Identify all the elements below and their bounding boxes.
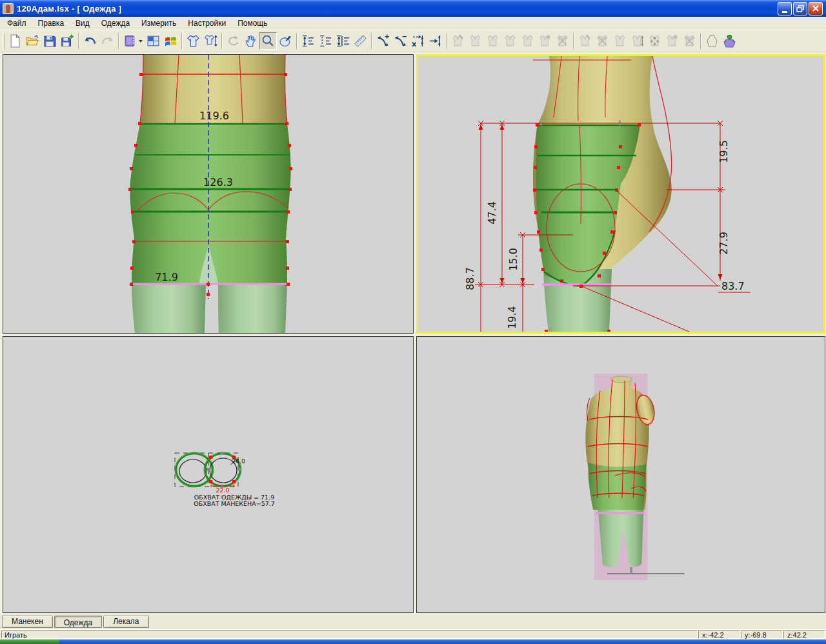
mannequin-tool-3-icon: [613, 34, 627, 48]
layers-panel-button[interactable]: [121, 32, 145, 50]
mannequin-tool-1-icon: [578, 34, 592, 48]
garment-tool-4-icon: [503, 34, 517, 48]
titlebar: 120Адам.lsx - [ Одежда ]: [0, 0, 826, 17]
toolbar: [0, 30, 826, 52]
mannequin-render-icon: [723, 34, 736, 48]
open-file-icon: [26, 34, 39, 48]
garment-view-button[interactable]: [185, 32, 202, 50]
viewport-layout-button[interactable]: [145, 32, 162, 50]
toolbar-separator: [296, 33, 297, 49]
measure-ruler-button[interactable]: [352, 32, 369, 50]
minimize-button[interactable]: [778, 2, 792, 15]
side-dim-right-bottom: 27.9: [718, 232, 730, 255]
menu-view[interactable]: Вид: [70, 17, 96, 29]
pan-view-icon: [244, 34, 257, 48]
garment-tool-6-button: [536, 32, 554, 50]
menubar: ФайлПравкаВидОдеждаИзмеритьНастройкиПомо…: [0, 17, 826, 30]
mannequin-tool-4-icon: [630, 34, 644, 48]
garment-tool-3-icon: [486, 34, 499, 48]
menu-edit[interactable]: Правка: [32, 17, 70, 29]
mannequin-bust-button[interactable]: [703, 32, 721, 50]
point-insert-button[interactable]: [427, 32, 444, 50]
curve-add-point-button[interactable]: [374, 32, 392, 50]
menu-clothing[interactable]: Одежда: [96, 17, 136, 29]
menu-file[interactable]: Файл: [1, 17, 32, 29]
zoom-button[interactable]: [259, 32, 277, 50]
garment-tool-7-button: [554, 32, 571, 50]
status-coord-x: x:-42.2: [698, 630, 740, 639]
garment-tool-1-button: [449, 32, 467, 50]
dimension-vertical-double-button[interactable]: [334, 32, 352, 50]
rotate-view-button: [225, 32, 242, 50]
mannequin-render-button[interactable]: [721, 32, 738, 50]
toolbar-separator: [700, 33, 701, 49]
top-dim-red: 22.0: [216, 487, 229, 494]
redo-button: [99, 32, 116, 50]
windows-properties-icon: [164, 34, 177, 48]
garment-tool-5-icon: [521, 34, 534, 48]
save-file-button[interactable]: [41, 32, 59, 50]
open-file-button[interactable]: [24, 32, 41, 50]
curve-remove-point-icon: [394, 34, 407, 48]
dimension-vertical-icon: [301, 34, 315, 48]
front-dim-waist: 119.6: [199, 110, 229, 122]
dimension-vertical-button[interactable]: [299, 32, 317, 50]
points-scale-button[interactable]: [409, 32, 427, 50]
menu-help[interactable]: Помощь: [232, 17, 273, 29]
curve-remove-point-button[interactable]: [392, 32, 409, 50]
undo-button[interactable]: [81, 32, 99, 50]
start-button-edge[interactable]: [0, 639, 59, 644]
garment-tool-3-button: [484, 32, 501, 50]
mannequin-tool-7-icon: [683, 34, 696, 48]
save-all-icon: [61, 34, 74, 48]
mannequin-tool-6-button: [663, 32, 681, 50]
garment-tool-7-icon: [556, 34, 569, 48]
toolbar-separator: [573, 33, 574, 49]
garment-tool-4-button: [501, 32, 519, 50]
viewport-top[interactable]: 24.0 22.0 ОБХВАТ ОДЕЖДЫ = 71.9 ОБХВАТ МА…: [3, 336, 414, 613]
toolbar-separator: [371, 33, 372, 49]
redo-icon: [101, 34, 114, 48]
garment-tool-1-icon: [451, 34, 465, 48]
tab-mannequin[interactable]: Манекен: [2, 616, 53, 628]
status-coord-y: y:-69.8: [741, 630, 783, 639]
dimension-vertical-dotted-button[interactable]: [317, 32, 334, 50]
viewport-side[interactable]: 88.7 47.4 15.0 19.4 19.5 27.9 83.7: [416, 54, 825, 334]
tab-patterns[interactable]: Лекала: [103, 616, 148, 628]
top-girth-mannequin: ОБХВАТ МАНЕКЕНА=57.7: [194, 500, 275, 507]
pan-view-button[interactable]: [242, 32, 259, 50]
app-icon: [3, 3, 14, 14]
mannequin-tool-5-icon: [648, 34, 661, 48]
viewport-layout-icon: [146, 34, 160, 48]
menu-measure[interactable]: Измерить: [136, 17, 182, 29]
side-view-canvas: 88.7 47.4 15.0 19.4 19.5 27.9 83.7: [418, 56, 823, 332]
restore-button[interactable]: [793, 2, 807, 15]
mannequin-tool-1-button: [576, 32, 594, 50]
viewport-front[interactable]: 119.6 126.3 71.9: [3, 54, 414, 334]
side-dim-lower: 19.4: [506, 306, 518, 329]
top-dim-black: 24.0: [232, 458, 245, 465]
restore-icon: [796, 5, 804, 12]
tab-clothing[interactable]: Одежда: [54, 616, 102, 628]
windows-properties-button[interactable]: [162, 32, 179, 50]
garment-measurements-icon: [204, 34, 217, 48]
taskbar: [0, 639, 826, 644]
front-dim-hip: 126.3: [203, 176, 233, 188]
close-button[interactable]: [809, 2, 823, 15]
new-document-button[interactable]: [6, 32, 24, 50]
toolbar-separator: [118, 33, 119, 49]
point-insert-icon: [428, 34, 442, 48]
zoom-fit-button[interactable]: [277, 32, 294, 50]
save-all-button[interactable]: [59, 32, 76, 50]
mannequin-bust-icon: [705, 34, 719, 48]
menu-settings[interactable]: Настройки: [182, 17, 232, 29]
top-view-canvas: 24.0 22.0 ОБХВАТ ОДЕЖДЫ = 71.9 ОБХВАТ МА…: [3, 337, 413, 612]
garment-measurements-button[interactable]: [202, 32, 219, 50]
curve-add-point-icon: [376, 34, 390, 48]
mannequin-tool-2-button: [594, 32, 611, 50]
toolbar-grip[interactable]: [2, 34, 5, 49]
measure-ruler-icon: [354, 34, 367, 48]
viewport-perspective[interactable]: [416, 336, 825, 613]
rotate-view-icon: [227, 34, 240, 48]
new-document-icon: [8, 34, 22, 48]
